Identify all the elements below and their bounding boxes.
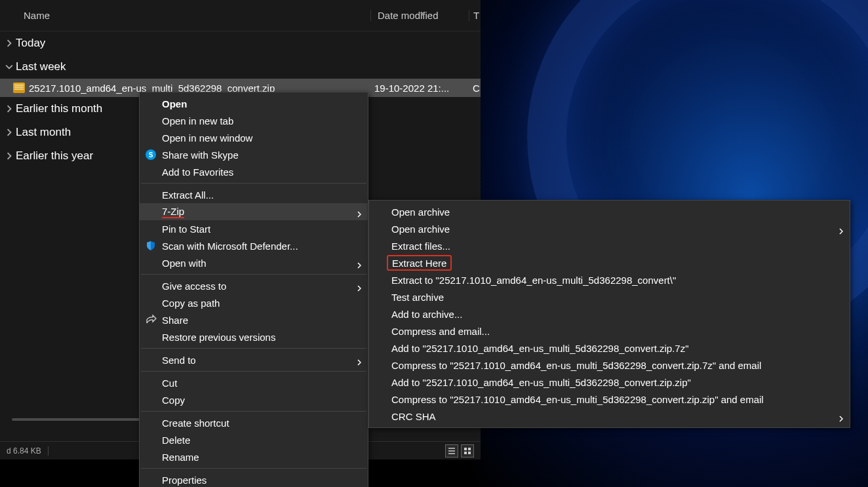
- chevron-right-icon: [5, 152, 13, 160]
- chevron-right-icon: [5, 105, 13, 113]
- zip-file-icon: [13, 83, 25, 93]
- menu-add-favorites[interactable]: Add to Favorites: [140, 163, 368, 180]
- submenu-add-to-zip[interactable]: Add to "25217.1010_amd64_en-us_multi_5d3…: [369, 374, 850, 391]
- column-type[interactable]: T: [469, 10, 481, 21]
- details-view-button[interactable]: [445, 444, 458, 458]
- svg-rect-2: [464, 452, 467, 454]
- menu-copy[interactable]: Copy: [140, 391, 368, 408]
- group-today[interactable]: Today: [0, 31, 481, 55]
- context-menu: Open Open in new tab Open in new window …: [139, 92, 368, 487]
- menu-separator: [141, 183, 366, 184]
- menu-delete[interactable]: Delete: [140, 431, 368, 448]
- submenu-test-archive[interactable]: Test archive: [369, 288, 850, 305]
- menu-separator: [141, 468, 366, 469]
- shield-icon: [145, 240, 157, 252]
- menu-create-shortcut[interactable]: Create shortcut: [140, 414, 368, 431]
- share-icon: [145, 314, 157, 326]
- group-label: Earlier this month: [16, 102, 102, 115]
- menu-pin-start[interactable]: Pin to Start: [140, 220, 368, 237]
- menu-restore-versions[interactable]: Restore previous versions: [140, 328, 368, 345]
- submenu-open-archive-sub[interactable]: Open archive: [369, 220, 850, 237]
- column-date-modified[interactable]: Date modified: [370, 10, 469, 21]
- menu-cut[interactable]: Cut: [140, 374, 368, 391]
- submenu-compress-email[interactable]: Compress and email...: [369, 322, 850, 340]
- submenu-arrow-icon: [839, 225, 843, 232]
- chevron-right-icon: [5, 128, 13, 136]
- file-type-col: C: [469, 83, 481, 94]
- submenu-compress-7z-email[interactable]: Compress to "25217.1010_amd64_en-us_mult…: [369, 357, 850, 374]
- menu-separator: [141, 411, 366, 412]
- file-date: 19-10-2022 21:...: [370, 83, 469, 94]
- svg-rect-1: [468, 448, 471, 450]
- menu-scan-defender[interactable]: Scan with Microsoft Defender...: [140, 237, 368, 254]
- submenu-add-to-archive[interactable]: Add to archive...: [369, 305, 850, 322]
- menu-share[interactable]: Share: [140, 311, 368, 328]
- menu-share-skype[interactable]: S Share with Skype: [140, 146, 368, 163]
- menu-open-new-tab[interactable]: Open in new tab: [140, 112, 368, 129]
- submenu-extract-here[interactable]: Extract Here: [369, 254, 850, 271]
- menu-copy-path[interactable]: Copy as path: [140, 294, 368, 311]
- menu-separator: [141, 371, 366, 372]
- menu-separator: [141, 274, 366, 275]
- menu-separator: [141, 348, 366, 349]
- status-separator: [48, 446, 49, 456]
- submenu-arrow-icon: [357, 208, 361, 215]
- menu-rename[interactable]: Rename: [140, 448, 368, 465]
- submenu-crc-sha[interactable]: CRC SHA: [369, 408, 850, 425]
- group-label: Last week: [16, 60, 66, 73]
- skype-icon: S: [145, 149, 157, 161]
- submenu-arrow-icon: [839, 413, 843, 419]
- submenu-extract-files[interactable]: Extract files...: [369, 237, 850, 254]
- icons-view-button[interactable]: [461, 444, 474, 458]
- group-label: Today: [16, 37, 45, 50]
- svg-rect-3: [468, 452, 471, 454]
- chevron-right-icon: [5, 39, 13, 47]
- menu-send-to[interactable]: Send to: [140, 351, 368, 368]
- submenu-open-archive[interactable]: Open archive: [369, 203, 850, 220]
- column-name[interactable]: Name: [0, 10, 370, 21]
- group-label: Last month: [16, 126, 71, 139]
- submenu-arrow-icon: [357, 357, 361, 363]
- status-size: d 6.84 KB: [7, 446, 41, 456]
- menu-properties[interactable]: Properties: [140, 471, 368, 487]
- menu-open-new-window[interactable]: Open in new window: [140, 129, 368, 146]
- submenu-arrow-icon: [357, 282, 361, 289]
- menu-give-access[interactable]: Give access to: [140, 277, 368, 294]
- submenu-arrow-icon: [357, 260, 361, 266]
- group-last-week[interactable]: Last week: [0, 55, 481, 79]
- submenu-extract-to[interactable]: Extract to "25217.1010_amd64_en-us_multi…: [369, 271, 850, 288]
- view-mode-buttons: [445, 444, 474, 458]
- group-label: Earlier this year: [16, 149, 93, 163]
- chevron-down-icon: [5, 63, 13, 71]
- submenu-add-to-7z[interactable]: Add to "25217.1010_amd64_en-us_multi_5d3…: [369, 340, 850, 357]
- menu-extract-all[interactable]: Extract All...: [140, 186, 368, 203]
- sevenzip-submenu: Open archive Open archive Extract files.…: [368, 200, 850, 428]
- column-headers: Name Date modified T: [0, 0, 481, 31]
- menu-open-with[interactable]: Open with: [140, 254, 368, 271]
- menu-7zip[interactable]: 7-Zip: [140, 203, 368, 220]
- submenu-compress-zip-email[interactable]: Compress to "25217.1010_amd64_en-us_mult…: [369, 391, 850, 408]
- menu-open[interactable]: Open: [140, 95, 368, 112]
- svg-rect-0: [464, 448, 467, 450]
